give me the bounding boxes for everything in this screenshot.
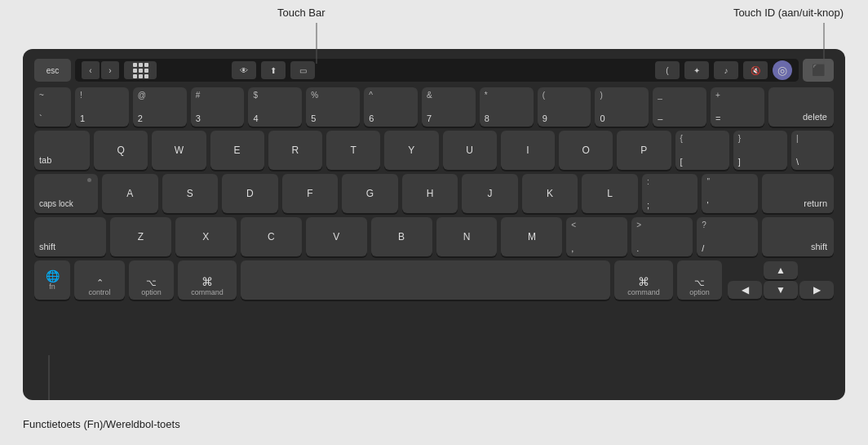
fn-key[interactable]: 🌐 fn [34, 260, 70, 300]
key-6[interactable]: ^ 6 [364, 87, 418, 127]
touchbar-label: Touch Bar [277, 7, 326, 19]
key-e[interactable]: E [210, 131, 264, 170]
esc-key[interactable]: esc [34, 59, 71, 82]
fn-label: Functietoets (Fn)/Wereldbol-toets [23, 418, 180, 430]
key-x[interactable]: X [175, 217, 237, 256]
key-3[interactable]: # 3 [191, 87, 245, 127]
key-w[interactable]: W [152, 131, 206, 170]
key-l[interactable]: L [582, 174, 638, 213]
key-m[interactable]: M [501, 217, 562, 256]
touchbar-row: esc ‹ › 👁 ⬆ ▭ ( [34, 57, 834, 83]
touchbar-siri-btn[interactable]: ◎ [773, 60, 792, 80]
key-i[interactable]: I [501, 131, 555, 170]
touchid-label: Touch ID (aan/uit-knop) [733, 7, 844, 19]
key-comma[interactable]: < , [566, 217, 627, 256]
key-rbracket[interactable]: } ] [733, 131, 787, 170]
keyboard: esc ‹ › 👁 ⬆ ▭ ( [23, 49, 845, 400]
key-2[interactable]: @ 2 [133, 87, 187, 127]
arrow-key-group: ▲ ◀ ▼ ▶ [728, 261, 834, 299]
key-n[interactable]: N [436, 217, 498, 256]
key-q[interactable]: Q [94, 131, 148, 170]
delete-key[interactable]: delete [768, 87, 834, 127]
touchbar-back-btn[interactable]: ‹ [82, 61, 100, 79]
key-p[interactable]: P [617, 131, 671, 170]
key-equals[interactable]: + = [711, 87, 764, 127]
backtick-key[interactable]: ~ ` [34, 87, 71, 127]
key-j[interactable]: J [462, 174, 518, 213]
key-4[interactable]: $ 4 [248, 87, 302, 127]
key-o[interactable]: O [559, 131, 613, 170]
key-k[interactable]: K [522, 174, 578, 213]
shift-right-key[interactable]: shift [762, 217, 834, 256]
key-9[interactable]: ( 9 [538, 87, 591, 127]
grid-icon [133, 63, 148, 78]
tab-key[interactable]: tab [34, 131, 90, 170]
touchbar-forward-btn[interactable]: › [101, 61, 119, 79]
key-t[interactable]: T [326, 131, 380, 170]
qwerty-row: tab Q W E R T Y U I O P { [ } ] | \ [34, 131, 834, 170]
shift-left-key[interactable]: shift [34, 217, 106, 256]
key-a[interactable]: A [102, 174, 158, 213]
arrow-up-key[interactable]: ▲ [764, 261, 798, 279]
key-r[interactable]: R [268, 131, 322, 170]
key-5[interactable]: % 5 [306, 87, 360, 127]
key-b[interactable]: B [371, 217, 432, 256]
zxcv-row: shift Z X C V B N M < , > . ? / shift [34, 217, 834, 256]
touchbar-right-controls: ( ✦ ♪ 🔇 ◎ [655, 60, 792, 80]
key-h[interactable]: H [402, 174, 458, 213]
key-u[interactable]: U [443, 131, 497, 170]
arrow-up-row: ▲ [728, 261, 834, 279]
key-y[interactable]: Y [384, 131, 438, 170]
key-1[interactable]: ! 1 [75, 87, 129, 127]
key-c[interactable]: C [241, 217, 302, 256]
command-right-key[interactable]: ⌘ command [614, 260, 673, 300]
key-semicolon[interactable]: : ; [642, 174, 698, 213]
touchbar-share-btn[interactable]: ⬆ [261, 61, 286, 79]
key-backslash[interactable]: | \ [791, 131, 834, 170]
option-right-key[interactable]: ⌥ option [677, 260, 722, 300]
touchbar-parenthesis-btn[interactable]: ( [655, 61, 680, 79]
arrow-right-key[interactable]: ▶ [799, 281, 834, 299]
key-z[interactable]: Z [110, 217, 171, 256]
touchbar-window-btn[interactable]: ▭ [290, 61, 315, 79]
key-g[interactable]: G [342, 174, 398, 213]
return-key[interactable]: return [762, 174, 834, 213]
arrow-left-key[interactable]: ◀ [728, 281, 762, 299]
key-d[interactable]: D [222, 174, 278, 213]
touchbar-brightness-btn[interactable]: ✦ [684, 61, 709, 79]
capslock-indicator [87, 178, 91, 182]
touchbar-grid-btn[interactable] [124, 61, 157, 79]
arrow-down-key[interactable]: ▼ [764, 281, 798, 299]
control-key[interactable]: ⌃ control [74, 260, 125, 300]
number-row: ~ ` ! 1 @ 2 # 3 $ 4 % 5 ^ 6 & 7 [34, 87, 834, 127]
globe-icon: 🌐 [46, 269, 60, 283]
key-minus[interactable]: _ – [653, 87, 706, 127]
key-0[interactable]: ) 0 [595, 87, 649, 127]
key-v[interactable]: V [306, 217, 367, 256]
key-slash[interactable]: ? / [697, 217, 758, 256]
key-period[interactable]: > . [631, 217, 693, 256]
touchbar-strip: ‹ › 👁 ⬆ ▭ ( ✦ ♪ 🔇 [75, 59, 799, 82]
key-lbracket[interactable]: { [ [675, 131, 729, 170]
key-quote[interactable]: " ' [702, 174, 758, 213]
asdf-row: caps lock A S D F G H J K L : ; " ' retu… [34, 174, 834, 213]
touchbar-volume-btn[interactable]: ♪ [714, 61, 738, 79]
command-left-key[interactable]: ⌘ command [178, 260, 237, 300]
key-f[interactable]: F [282, 174, 339, 213]
touchbar-mute-btn[interactable]: 🔇 [743, 61, 768, 79]
touchbar-nav: ‹ › [82, 61, 119, 79]
touchid-key[interactable]: ⬛ [803, 59, 834, 82]
capslock-key[interactable]: caps lock [34, 174, 98, 213]
arrow-bottom-row: ◀ ▼ ▶ [728, 281, 834, 299]
key-s[interactable]: S [162, 174, 219, 213]
key-8[interactable]: * 8 [480, 87, 534, 127]
key-7[interactable]: & 7 [422, 87, 476, 127]
touchbar-eye-btn[interactable]: 👁 [232, 61, 256, 79]
option-left-key[interactable]: ⌥ option [129, 260, 174, 300]
spacebar-key[interactable] [241, 260, 610, 300]
modifier-row: 🌐 fn ⌃ control ⌥ option ⌘ command ⌘ comm… [34, 260, 834, 300]
